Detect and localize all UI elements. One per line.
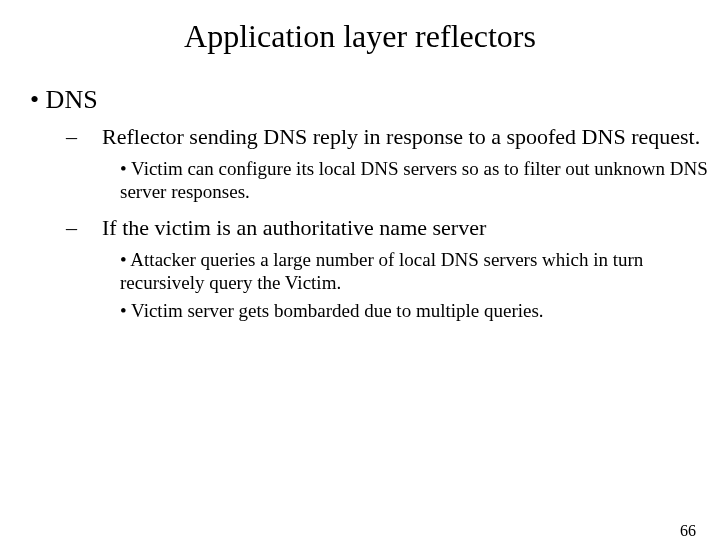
bullet-l3-bombarded: Victim server gets bombarded due to mult…: [120, 299, 720, 323]
bullet-l3-filter: Victim can configure its local DNS serve…: [120, 157, 720, 205]
bullet-l3-attacker-text: Attacker queries a large number of local…: [120, 249, 643, 294]
bullet-l3-attacker: Attacker queries a large number of local…: [120, 248, 720, 296]
page-number: 66: [680, 522, 696, 540]
bullet-list-level3a: Victim can configure its local DNS serve…: [120, 157, 720, 205]
bullet-l3-bombarded-text: Victim server gets bombarded due to mult…: [131, 300, 544, 321]
slide-title: Application layer reflectors: [0, 18, 720, 55]
bullet-l2-reflector-text: Reflector sending DNS reply in response …: [102, 124, 700, 149]
bullet-l2-authoritative: –If the victim is an authoritative name …: [84, 214, 720, 323]
bullet-list-level1: DNS –Reflector sending DNS reply in resp…: [30, 85, 720, 323]
bullet-l2-authoritative-text: If the victim is an authoritative name s…: [102, 215, 486, 240]
bullet-l2-reflector: –Reflector sending DNS reply in response…: [84, 123, 720, 204]
bullet-l1-dns-text: DNS: [46, 85, 98, 114]
bullet-l1-dns: DNS –Reflector sending DNS reply in resp…: [30, 85, 720, 323]
bullet-list-level2: –Reflector sending DNS reply in response…: [84, 123, 720, 323]
slide: Application layer reflectors DNS –Reflec…: [0, 18, 720, 540]
bullet-l3-filter-text: Victim can configure its local DNS serve…: [120, 158, 708, 203]
bullet-list-level3b: Attacker queries a large number of local…: [120, 248, 720, 323]
